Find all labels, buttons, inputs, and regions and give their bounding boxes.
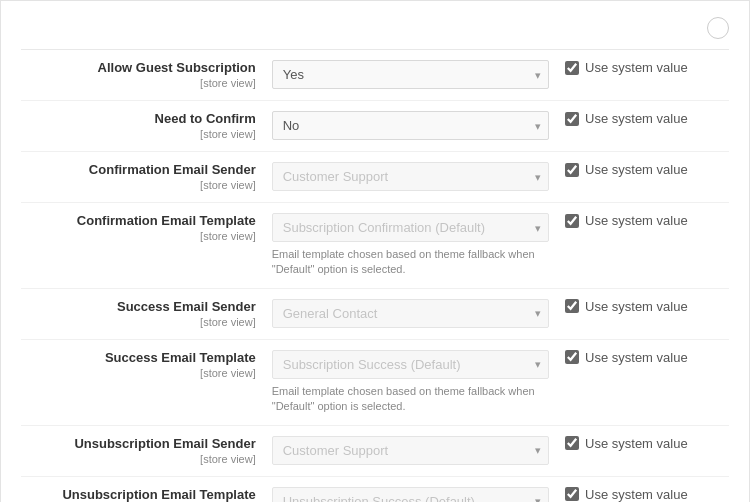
table-row: Need to Confirm[store view]YesNo▾Use sys…: [21, 101, 729, 152]
control-cell-need-to-confirm: YesNo▾: [264, 101, 557, 152]
system-value-label: Use system value: [585, 350, 688, 365]
system-cell-need-to-confirm: Use system value: [557, 101, 729, 152]
collapse-button[interactable]: [707, 17, 729, 39]
field-label: Success Email Template: [29, 350, 256, 365]
system-value-label: Use system value: [585, 299, 688, 314]
system-value-label: Use system value: [585, 111, 688, 126]
control-cell-unsubscription-email-template: Unsubscription Success (Default)▾Email t…: [264, 476, 557, 502]
label-cell-allow-guest: Allow Guest Subscription[store view]: [21, 50, 264, 101]
field-label: Unsubscription Email Template: [29, 487, 256, 502]
system-cell-unsubscription-email-sender: Use system value: [557, 425, 729, 476]
control-cell-success-email-sender: General ContactCustomer SupportSales Rep…: [264, 288, 557, 339]
control-cell-allow-guest: YesNo▾: [264, 50, 557, 101]
select-wrapper-unsubscription-email-template: Unsubscription Success (Default)▾: [272, 487, 549, 502]
system-value-label: Use system value: [585, 162, 688, 177]
store-view-label: [store view]: [200, 128, 256, 140]
system-value-wrap: Use system value: [565, 350, 721, 365]
select-wrapper-confirmation-email-template: Subscription Confirmation (Default)▾: [272, 213, 549, 242]
store-view-label: [store view]: [200, 230, 256, 242]
table-row: Confirmation Email Template[store view]S…: [21, 203, 729, 289]
control-cell-confirmation-email-template: Subscription Confirmation (Default)▾Emai…: [264, 203, 557, 289]
label-cell-success-email-sender: Success Email Sender[store view]: [21, 288, 264, 339]
use-system-value-checkbox[interactable]: [565, 299, 579, 313]
hint-text: Email template chosen based on theme fal…: [272, 384, 549, 415]
use-system-value-checkbox[interactable]: [565, 350, 579, 364]
system-cell-confirmation-email-template: Use system value: [557, 203, 729, 289]
field-label: Confirmation Email Sender: [29, 162, 256, 177]
control-cell-success-email-template: Subscription Success (Default)▾Email tem…: [264, 339, 557, 425]
hint-text: Email template chosen based on theme fal…: [272, 247, 549, 278]
use-system-value-checkbox[interactable]: [565, 112, 579, 126]
table-row: Unsubscription Email Template[store view…: [21, 476, 729, 502]
system-value-wrap: Use system value: [565, 213, 721, 228]
select-confirmation-email-template: Subscription Confirmation (Default): [272, 213, 549, 242]
store-view-label: [store view]: [200, 179, 256, 191]
system-cell-success-email-template: Use system value: [557, 339, 729, 425]
select-wrapper-success-email-sender: General ContactCustomer SupportSales Rep…: [272, 299, 549, 328]
use-system-value-checkbox[interactable]: [565, 61, 579, 75]
store-view-label: [store view]: [200, 316, 256, 328]
system-cell-success-email-sender: Use system value: [557, 288, 729, 339]
field-label: Unsubscription Email Sender: [29, 436, 256, 451]
select-unsubscription-email-sender: General ContactCustomer SupportSales Rep…: [272, 436, 549, 465]
select-success-email-template: Subscription Success (Default): [272, 350, 549, 379]
table-row: Confirmation Email Sender[store view]Gen…: [21, 152, 729, 203]
use-system-value-checkbox[interactable]: [565, 163, 579, 177]
system-value-label: Use system value: [585, 436, 688, 451]
system-value-wrap: Use system value: [565, 436, 721, 451]
label-cell-confirmation-email-template: Confirmation Email Template[store view]: [21, 203, 264, 289]
use-system-value-checkbox[interactable]: [565, 214, 579, 228]
select-wrapper-allow-guest: YesNo▾: [272, 60, 549, 89]
label-cell-success-email-template: Success Email Template[store view]: [21, 339, 264, 425]
system-cell-allow-guest: Use system value: [557, 50, 729, 101]
select-allow-guest[interactable]: YesNo: [272, 60, 549, 89]
system-value-wrap: Use system value: [565, 162, 721, 177]
store-view-label: [store view]: [200, 367, 256, 379]
field-label: Need to Confirm: [29, 111, 256, 126]
label-cell-confirmation-email-sender: Confirmation Email Sender[store view]: [21, 152, 264, 203]
label-cell-unsubscription-email-sender: Unsubscription Email Sender[store view]: [21, 425, 264, 476]
table-row: Unsubscription Email Sender[store view]G…: [21, 425, 729, 476]
system-value-wrap: Use system value: [565, 111, 721, 126]
select-wrapper-unsubscription-email-sender: General ContactCustomer SupportSales Rep…: [272, 436, 549, 465]
system-value-label: Use system value: [585, 60, 688, 75]
subscription-options-section: Allow Guest Subscription[store view]YesN…: [0, 0, 750, 502]
select-unsubscription-email-template: Unsubscription Success (Default): [272, 487, 549, 502]
select-confirmation-email-sender: General ContactCustomer SupportSales Rep…: [272, 162, 549, 191]
select-success-email-sender: General ContactCustomer SupportSales Rep…: [272, 299, 549, 328]
label-cell-need-to-confirm: Need to Confirm[store view]: [21, 101, 264, 152]
use-system-value-checkbox[interactable]: [565, 487, 579, 501]
system-value-label: Use system value: [585, 487, 688, 502]
settings-table: Allow Guest Subscription[store view]YesN…: [21, 50, 729, 502]
label-cell-unsubscription-email-template: Unsubscription Email Template[store view…: [21, 476, 264, 502]
field-label: Confirmation Email Template: [29, 213, 256, 228]
control-cell-unsubscription-email-sender: General ContactCustomer SupportSales Rep…: [264, 425, 557, 476]
system-value-wrap: Use system value: [565, 60, 721, 75]
store-view-label: [store view]: [200, 453, 256, 465]
select-wrapper-confirmation-email-sender: General ContactCustomer SupportSales Rep…: [272, 162, 549, 191]
table-row: Success Email Template[store view]Subscr…: [21, 339, 729, 425]
control-cell-confirmation-email-sender: General ContactCustomer SupportSales Rep…: [264, 152, 557, 203]
select-wrapper-need-to-confirm: YesNo▾: [272, 111, 549, 140]
section-header: [21, 17, 729, 50]
table-row: Allow Guest Subscription[store view]YesN…: [21, 50, 729, 101]
field-label: Allow Guest Subscription: [29, 60, 256, 75]
table-row: Success Email Sender[store view]General …: [21, 288, 729, 339]
system-cell-confirmation-email-sender: Use system value: [557, 152, 729, 203]
store-view-label: [store view]: [200, 77, 256, 89]
system-cell-unsubscription-email-template: Use system value: [557, 476, 729, 502]
system-value-label: Use system value: [585, 213, 688, 228]
select-need-to-confirm[interactable]: YesNo: [272, 111, 549, 140]
field-label: Success Email Sender: [29, 299, 256, 314]
select-wrapper-success-email-template: Subscription Success (Default)▾: [272, 350, 549, 379]
system-value-wrap: Use system value: [565, 487, 721, 502]
use-system-value-checkbox[interactable]: [565, 436, 579, 450]
system-value-wrap: Use system value: [565, 299, 721, 314]
